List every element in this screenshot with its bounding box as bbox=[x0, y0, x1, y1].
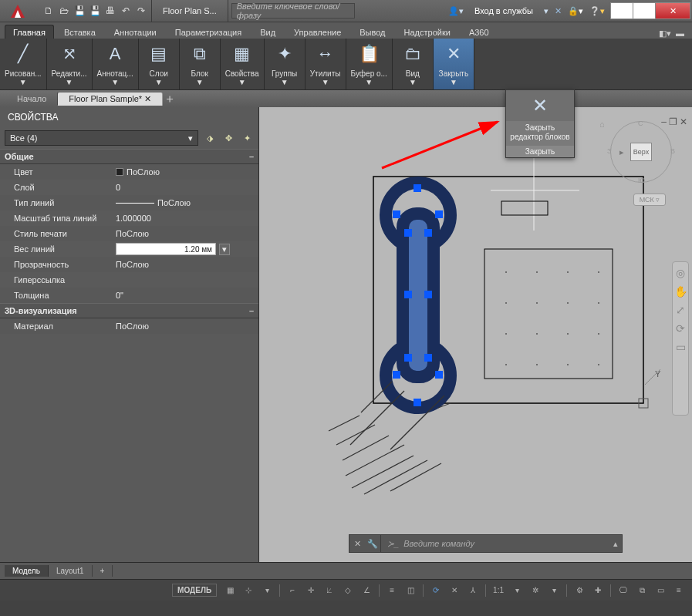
ribbon-panel-Утилиты[interactable]: ↔Утилиты▼ bbox=[305, 39, 346, 89]
close-window-button[interactable]: ✕ bbox=[655, 2, 690, 19]
ribbon-panel-Редакти...[interactable]: ⤧Редакти...▼ bbox=[47, 39, 93, 89]
ribbon-collapse-icon[interactable]: ◧▾ bbox=[659, 29, 671, 39]
dropdown-icon[interactable]: ▾ bbox=[258, 583, 275, 598]
saveas-icon[interactable]: 💾 bbox=[88, 4, 102, 18]
dynamic-ucs-icon[interactable]: ⅄ bbox=[464, 583, 481, 598]
pan-icon[interactable]: ✋ bbox=[674, 285, 687, 298]
otrack-icon[interactable]: ∠ bbox=[358, 583, 375, 598]
ortho-icon[interactable]: ⌐ bbox=[284, 583, 301, 598]
property-row[interactable]: ПрозрачностьПоСлою bbox=[0, 257, 258, 272]
doc-tab[interactable]: Начало bbox=[6, 93, 58, 105]
search-input[interactable]: Введите ключевое слово/фразу bbox=[231, 3, 355, 19]
doc-tab[interactable]: Floor Plan Sample* ✕ bbox=[58, 93, 163, 106]
login-link[interactable]: Вход в службы bbox=[470, 6, 538, 15]
app-logo[interactable] bbox=[0, 0, 39, 22]
layout-tab[interactable]: Layout1 bbox=[49, 565, 93, 577]
selection-dropdown[interactable]: Все (4)▾ bbox=[5, 130, 198, 146]
drawing-canvas[interactable]: – ❐ ✕ Y bbox=[259, 107, 692, 562]
user-icon[interactable]: 👤▾ bbox=[448, 6, 464, 16]
scale-button[interactable]: 1:1 bbox=[490, 583, 507, 598]
maximize-button[interactable]: ☐ bbox=[633, 2, 656, 19]
property-row[interactable]: Стиль печатиПоСлою bbox=[0, 226, 258, 241]
ribbon-panel-Рисован...[interactable]: ╱Рисован...▼ bbox=[0, 39, 47, 89]
add-layout-button[interactable]: + bbox=[93, 565, 113, 577]
isolate-icon[interactable]: ⧉ bbox=[633, 583, 650, 598]
ribbon-tab-7[interactable]: Надстройки bbox=[396, 25, 459, 39]
open-icon[interactable]: 🗁 bbox=[57, 4, 71, 18]
home-icon[interactable]: ⌂ bbox=[599, 119, 605, 129]
polar-icon[interactable]: ✛ bbox=[302, 583, 319, 598]
command-input[interactable]: ≻_Введите команду bbox=[380, 535, 609, 552]
viewcube-face[interactable]: Верх bbox=[630, 143, 652, 161]
property-row[interactable]: Вес линий ▾ bbox=[0, 241, 258, 257]
osnap-icon[interactable]: ◇ bbox=[339, 583, 356, 598]
ribbon-panel-Свойства[interactable]: ▦Свойства▼ bbox=[221, 39, 265, 89]
ribbon-tab-3[interactable]: Параметризация bbox=[167, 25, 250, 39]
ribbon-panel-Вид[interactable]: 🗀Вид▼ bbox=[393, 39, 434, 89]
redo-icon[interactable]: ↷ bbox=[134, 4, 148, 18]
ribbon-panel-Закрыть[interactable]: ✕Закрыть▼ bbox=[434, 39, 474, 89]
print-icon[interactable]: 🖶 bbox=[103, 4, 117, 18]
cleanscreen-icon[interactable]: ▭ bbox=[652, 583, 669, 598]
snap-icon[interactable]: ⊹ bbox=[240, 583, 257, 598]
ribbon-panel-Слои[interactable]: ▤Слои▼ bbox=[139, 39, 180, 89]
ribbon-panel-Буфер о...[interactable]: 📋Буфер о...▼ bbox=[346, 39, 393, 89]
ribbon-tab-2[interactable]: Аннотации bbox=[106, 25, 165, 39]
cmd-close-icon[interactable]: ✕ bbox=[349, 539, 365, 549]
add-tab-button[interactable]: ✕ bbox=[160, 89, 179, 108]
isoplane-icon[interactable]: ⟀ bbox=[321, 583, 338, 598]
property-row[interactable]: Масштаб типа линий1.000000 bbox=[0, 210, 258, 226]
minimize-button[interactable]: ─ bbox=[610, 2, 633, 19]
cloud-icon[interactable]: 🔒▾ bbox=[568, 6, 583, 16]
ribbon-tab-6[interactable]: Вывод bbox=[351, 25, 393, 39]
select-objects-icon[interactable]: ✦ bbox=[240, 131, 254, 145]
exchange-icon[interactable]: ✕ bbox=[555, 6, 562, 16]
ribbon-min-icon[interactable]: ▬ bbox=[676, 29, 684, 39]
save-icon[interactable]: 💾 bbox=[73, 4, 86, 18]
property-row[interactable]: Гиперссылка bbox=[0, 272, 258, 288]
close-editor-button[interactable]: ✕ bbox=[506, 90, 574, 121]
undo-icon[interactable]: ↶ bbox=[119, 4, 133, 18]
cmd-expand-icon[interactable]: ▴ bbox=[609, 539, 622, 549]
annoscale-icon[interactable]: ✲ bbox=[527, 583, 544, 598]
ribbon-tab-0[interactable]: Главная bbox=[5, 25, 54, 39]
workspace-icon[interactable]: ⚙ bbox=[571, 583, 588, 598]
property-row[interactable]: Слой0 bbox=[0, 180, 258, 195]
ribbon-tab-1[interactable]: Вставка bbox=[56, 25, 104, 39]
viewcube-arrow-icon[interactable]: ▸ bbox=[619, 147, 624, 157]
property-row[interactable]: Цвет ПоСлою bbox=[0, 164, 258, 180]
quick-select-icon[interactable]: ✥ bbox=[221, 131, 235, 145]
orbit-icon[interactable]: ⟳ bbox=[676, 322, 685, 335]
model-space-button[interactable]: МОДЕЛЬ bbox=[172, 584, 217, 597]
grid-icon[interactable]: ▦ bbox=[221, 583, 238, 598]
lineweight-input[interactable] bbox=[116, 243, 216, 255]
customize-icon[interactable]: ≡ bbox=[670, 583, 687, 598]
showmotion-icon[interactable]: ▭ bbox=[676, 341, 686, 353]
toggle-pi-icon[interactable]: ⬗ bbox=[203, 131, 217, 145]
hardware-icon[interactable]: 🖵 bbox=[615, 583, 632, 598]
property-row[interactable]: Толщина0" bbox=[0, 288, 258, 303]
property-row[interactable]: Тип линий ПоСлою bbox=[0, 195, 258, 210]
category-3dviz[interactable]: 3D-визуализация– bbox=[0, 303, 258, 318]
lineweight-icon[interactable]: ≡ bbox=[383, 583, 400, 598]
ucs-label[interactable]: МСК ▿ bbox=[633, 194, 666, 206]
3dosnap-icon[interactable]: ✕ bbox=[446, 583, 463, 598]
cmd-settings-icon[interactable]: 🔧 bbox=[365, 539, 380, 549]
steering-wheel-icon[interactable]: ◎ bbox=[676, 267, 685, 279]
annomonitor-icon[interactable]: ✚ bbox=[589, 583, 606, 598]
viewcube[interactable]: Верх С Ю В З ⌂ ▸ bbox=[610, 121, 672, 183]
transparency-icon[interactable]: ◫ bbox=[402, 583, 419, 598]
zoom-icon[interactable]: ⤢ bbox=[676, 304, 685, 316]
ribbon-panel-Аннотац...[interactable]: AАннотац...▼ bbox=[93, 39, 139, 89]
layout-tab[interactable]: Модель bbox=[5, 565, 49, 577]
property-row[interactable]: МатериалПоСлою bbox=[0, 318, 258, 334]
category-general[interactable]: Общие– bbox=[0, 149, 258, 164]
ribbon-tab-4[interactable]: Вид bbox=[251, 25, 284, 39]
ribbon-tab-8[interactable]: A360 bbox=[461, 25, 498, 39]
ribbon-panel-Группы[interactable]: ✦Группы▼ bbox=[265, 39, 305, 89]
ribbon-tab-5[interactable]: Управление bbox=[285, 25, 349, 39]
ribbon-panel-Блок[interactable]: ⧉Блок▼ bbox=[180, 39, 221, 89]
cycling-icon[interactable]: ⟳ bbox=[427, 583, 444, 598]
help-icon[interactable]: ❔▾ bbox=[589, 6, 605, 16]
new-icon[interactable]: 🗋 bbox=[42, 4, 56, 18]
